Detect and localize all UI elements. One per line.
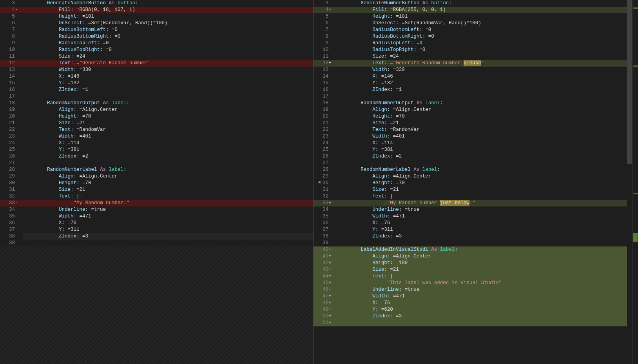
code-line[interactable]: 21 Size: =21 xyxy=(314,120,627,127)
code-line[interactable]: 3 GenerateNumberButton As button: xyxy=(0,0,313,7)
overview-mark[interactable] xyxy=(633,233,638,242)
code-line[interactable]: 8 RadiusBottomRight: =0 xyxy=(0,33,313,40)
code-content[interactable]: Height: =70 xyxy=(23,113,313,120)
code-content[interactable]: X: =76 xyxy=(336,220,627,226)
code-content[interactable]: Align: =Align.Center xyxy=(23,107,313,113)
code-line[interactable]: 28 RandomNumberLabel As label: xyxy=(314,167,627,173)
code-line[interactable]: 9 RadiusTopLeft: =0 xyxy=(0,40,313,47)
code-content[interactable] xyxy=(23,240,313,246)
code-content[interactable]: Align: =Align.Center xyxy=(336,107,627,113)
code-content[interactable]: Width: =330 xyxy=(23,67,313,73)
code-line[interactable]: 20 Height: =70 xyxy=(314,113,627,120)
code-content[interactable]: RandomNumberLabel As label: xyxy=(23,167,313,173)
code-content[interactable]: Size: =24 xyxy=(336,53,627,60)
code-content[interactable]: Height: =70 xyxy=(336,180,627,187)
code-content[interactable]: Height: =70 xyxy=(23,180,313,187)
code-line[interactable]: 7 RadiusBottomLeft: =0 xyxy=(314,27,627,33)
code-content[interactable]: X: =114 xyxy=(23,140,313,147)
code-content[interactable]: Size: =21 xyxy=(23,120,313,127)
code-line[interactable]: 42+ Height: =100 xyxy=(314,260,627,266)
code-line[interactable]: 15 Y: =132 xyxy=(0,80,313,87)
code-content[interactable]: RadiusBottomRight: =0 xyxy=(23,33,313,40)
code-content[interactable]: X: =146 xyxy=(336,73,627,80)
code-line[interactable]: 22 Text: =RandomVar xyxy=(0,127,313,133)
code-line[interactable]: 10 RadiusTopRight: =0 xyxy=(0,47,313,53)
code-content[interactable]: Text: |- xyxy=(23,193,313,200)
code-content[interactable]: Width: =471 xyxy=(336,293,627,300)
code-content[interactable]: ="This label was added in Visual Studio" xyxy=(336,280,627,286)
code-line[interactable]: 40+ LabelAddedInVisualStudi As label: xyxy=(314,246,627,253)
code-line[interactable]: 23 Width: =401 xyxy=(314,133,627,140)
code-content[interactable]: GenerateNumberButton As button: xyxy=(23,0,313,7)
code-content[interactable]: Y: =620 xyxy=(336,306,627,313)
code-line[interactable]: 47+ Width: =471 xyxy=(314,293,627,300)
code-content[interactable] xyxy=(336,320,627,326)
code-content[interactable]: RadiusTopLeft: =0 xyxy=(336,40,627,47)
code-content[interactable]: Y: =381 xyxy=(23,147,313,153)
code-content[interactable]: X: =146 xyxy=(23,73,313,80)
code-line[interactable]: 4+ Fill: =RGBA(255, 0, 0, 1) xyxy=(314,7,627,13)
code-line[interactable]: 19 Align: =Align.Center xyxy=(314,107,627,113)
code-content[interactable]: X: =114 xyxy=(336,140,627,147)
code-line[interactable]: 32 Text: |- xyxy=(314,193,627,200)
overview-ruler[interactable] xyxy=(632,0,638,364)
code-line[interactable]: 17 xyxy=(314,93,627,100)
code-line[interactable]: 20 Height: =70 xyxy=(0,113,313,120)
code-line[interactable]: 37 Y: =311 xyxy=(0,226,313,233)
code-line[interactable]: 17 xyxy=(0,93,313,100)
code-content[interactable]: Y: =132 xyxy=(23,80,313,87)
code-line[interactable]: 5 Height: =101 xyxy=(0,13,313,20)
code-content[interactable]: LabelAddedInVisualStudi As label: xyxy=(336,246,627,253)
code-content[interactable]: Width: =330 xyxy=(336,67,627,73)
code-line[interactable]: 14 X: =146 xyxy=(0,73,313,80)
code-content[interactable]: Underline: =true xyxy=(336,286,627,293)
code-line[interactable]: 27 xyxy=(314,160,627,167)
code-line[interactable]: 35 Width: =471 xyxy=(0,213,313,220)
code-line[interactable]: 11 Size: =24 xyxy=(314,53,627,60)
code-content[interactable]: RadiusBottomLeft: =0 xyxy=(336,27,627,33)
code-line[interactable]: 30 Height: =70 xyxy=(314,180,627,187)
code-line[interactable]: 24 X: =114 xyxy=(0,140,313,147)
code-line[interactable]: 36 X: =76 xyxy=(314,220,627,226)
left-pane[interactable]: 3 GenerateNumberButton As button:4- Fill… xyxy=(0,0,314,364)
code-content[interactable]: Fill: =RGBA(0, 18, 107, 1) xyxy=(23,7,313,13)
code-content[interactable] xyxy=(336,160,627,167)
diff-editor[interactable]: 3 GenerateNumberButton As button:4- Fill… xyxy=(0,0,638,364)
code-line[interactable]: 6 OnSelect: =Set(RandomVar, Rand()*100) xyxy=(314,20,627,27)
code-content[interactable]: OnSelect: =Set(RandomVar, Rand()*100) xyxy=(23,20,313,27)
code-content[interactable]: Size: =21 xyxy=(336,120,627,127)
code-content[interactable]: Y: =132 xyxy=(336,80,627,87)
code-content[interactable]: Text: ="Generate Random number" xyxy=(23,60,313,67)
code-line[interactable]: 33- ="My Random number:" xyxy=(0,200,313,206)
code-content[interactable]: Width: =401 xyxy=(336,133,627,140)
code-content[interactable]: ZIndex: =1 xyxy=(23,87,313,93)
code-content[interactable]: Size: =21 xyxy=(336,187,627,193)
code-content[interactable]: GenerateNumberButton As button: xyxy=(336,0,627,7)
code-content[interactable]: Y: =381 xyxy=(336,147,627,153)
code-line[interactable]: 39 xyxy=(314,240,627,246)
code-line[interactable]: 46+ Underline: =true xyxy=(314,286,627,293)
code-line[interactable]: 12- Text: ="Generate Random number" xyxy=(0,60,313,67)
code-line[interactable]: 22 Text: =RandomVar xyxy=(314,127,627,133)
code-line[interactable]: 26 ZIndex: =2 xyxy=(0,153,313,160)
code-content[interactable]: ZIndex: =3 xyxy=(336,313,627,320)
overview-mark[interactable] xyxy=(636,193,638,194)
code-content[interactable]: Text: |- xyxy=(336,273,627,280)
code-line[interactable]: 8 RadiusBottomRight: =0 xyxy=(314,33,627,40)
code-content[interactable]: Width: =401 xyxy=(23,133,313,140)
code-line[interactable]: 30 Height: =70 xyxy=(0,180,313,187)
code-content[interactable] xyxy=(336,93,627,100)
code-content[interactable]: RadiusTopRight: =0 xyxy=(23,47,313,53)
code-line[interactable]: 27 xyxy=(0,160,313,167)
code-line[interactable]: 16 ZIndex: =1 xyxy=(0,87,313,93)
code-line[interactable]: 18 RandomNumberOutput As label: xyxy=(314,100,627,107)
code-content[interactable]: RadiusTopRight: =0 xyxy=(336,47,627,53)
code-content[interactable]: Text: =RandomVar xyxy=(23,127,313,133)
code-line[interactable]: 24 X: =114 xyxy=(314,140,627,147)
code-content[interactable] xyxy=(23,160,313,167)
code-content[interactable]: Text: |- xyxy=(336,193,627,200)
code-line[interactable]: 28 RandomNumberLabel As label: xyxy=(0,167,313,173)
scrollbar-vertical[interactable] xyxy=(627,0,633,364)
code-line[interactable]: 14 X: =146 xyxy=(314,73,627,80)
code-content[interactable]: ="My Random number:" xyxy=(23,200,313,206)
